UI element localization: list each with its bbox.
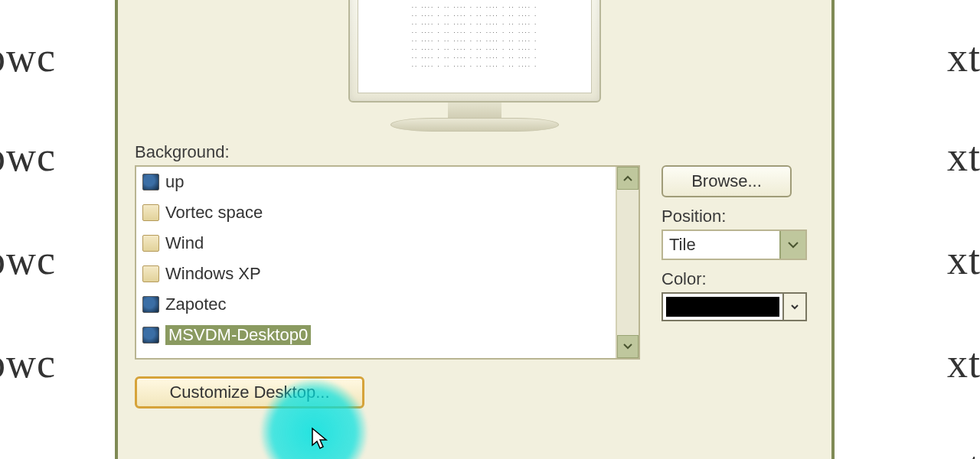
- background-list-item-label: MSVDM-Desktop0: [165, 325, 311, 345]
- position-label: Position:: [662, 207, 815, 226]
- color-dropdown-button[interactable]: [782, 294, 805, 320]
- background-list-item[interactable]: Windows XP: [136, 259, 616, 289]
- background-list-item-label: Windows XP: [165, 264, 261, 284]
- position-dropdown-button[interactable]: [779, 231, 805, 259]
- chevron-up-icon: [623, 175, 632, 181]
- color-select[interactable]: [662, 292, 807, 321]
- color-swatch: [666, 297, 779, 317]
- background-list-item-label: Vortec space: [165, 203, 263, 223]
- background-list-item-label: up: [165, 172, 184, 192]
- background-list-item[interactable]: up: [136, 167, 616, 197]
- monitor-base: [390, 118, 559, 132]
- position-value: Tile: [663, 231, 779, 259]
- monitor-screen: ·· ···· · ·· ···· · ·· ···· · ·· ···· · …: [358, 0, 592, 93]
- background-list-item[interactable]: MSVDM-Desktop0: [136, 320, 616, 350]
- background-label: Background:: [135, 142, 640, 162]
- chevron-down-icon: [791, 304, 799, 310]
- scroll-up-button[interactable]: [617, 167, 639, 190]
- background-list-item[interactable]: Wind: [136, 228, 616, 259]
- background-list-item-label: Zapotec: [165, 295, 227, 314]
- background-listbox[interactable]: upVortec spaceWindWindows XPZapotecMSVDM…: [135, 165, 640, 360]
- bmp-file-icon: [142, 265, 159, 282]
- bmp-file-icon: [142, 235, 159, 252]
- background-list-item[interactable]: Vortec space: [136, 197, 616, 228]
- chevron-down-icon: [623, 343, 632, 350]
- customize-desktop-button[interactable]: Customize Desktop...: [135, 376, 364, 409]
- jpeg-file-icon: [142, 296, 159, 313]
- jpeg-file-icon: [142, 327, 159, 343]
- scroll-down-button[interactable]: [617, 335, 639, 358]
- bmp-file-icon: [142, 204, 159, 221]
- color-label: Color:: [662, 269, 815, 289]
- monitor-preview: ·· ···· · ·· ···· · ·· ···· · ·· ···· · …: [348, 0, 601, 132]
- monitor-bezel: ·· ···· · ·· ···· · ·· ···· · ·· ···· · …: [348, 0, 601, 103]
- jpeg-file-icon: [142, 174, 159, 190]
- background-list-item[interactable]: Zapotec: [136, 289, 616, 320]
- background-list-item-label: Wind: [165, 233, 204, 253]
- browse-button[interactable]: Browse...: [662, 165, 792, 197]
- display-properties-dialog: ·· ···· · ·· ···· · ·· ···· · ·· ···· · …: [115, 0, 835, 459]
- listbox-scrollbar[interactable]: [616, 167, 639, 358]
- chevron-down-icon: [788, 242, 799, 249]
- position-select[interactable]: Tile: [662, 230, 807, 260]
